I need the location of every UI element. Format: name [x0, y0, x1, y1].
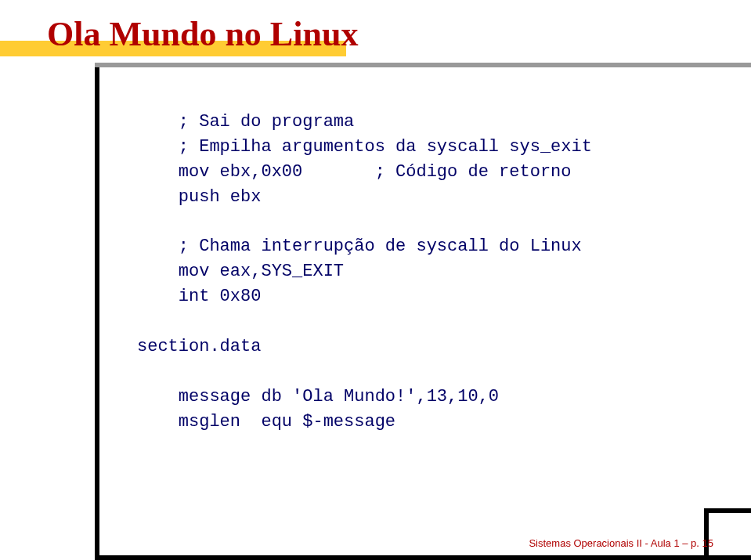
code-line: ; Chama interrupção de syscall do Linux — [137, 237, 582, 256]
code-line: push ebx — [137, 187, 261, 207]
code-line: section.data — [137, 337, 261, 356]
header: Ola Mundo no Linux — [0, 0, 751, 54]
code-line: int 0x80 — [137, 287, 261, 306]
code-line: ; Empilha argumentos da syscall sys_exit — [137, 137, 592, 157]
slide-title: Ola Mundo no Linux — [47, 14, 751, 54]
code-line: ; Sai do programa — [137, 112, 354, 132]
code-line: mov ebx,0x00 ; Código de retorno — [137, 162, 572, 182]
footer-text: Sistemas Operacionais II - Aula 1 – p. 1… — [529, 537, 713, 549]
code-block: ; Sai do programa ; Empilha argumentos d… — [137, 110, 592, 435]
code-line: msglen equ $-message — [137, 412, 395, 432]
code-line: mov eax,SYS_EXIT — [137, 262, 344, 281]
code-line: message db 'Ola Mundo!',13,10,0 — [137, 387, 499, 406]
